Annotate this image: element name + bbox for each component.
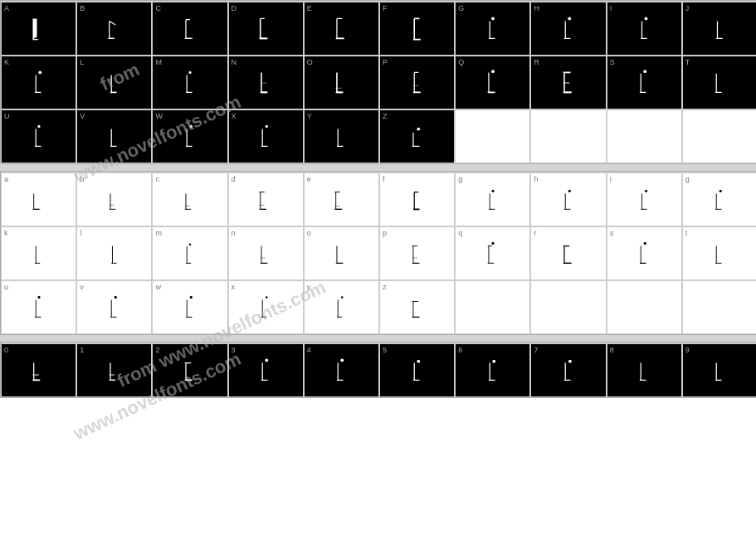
glyph-cell-3: 3	[228, 343, 304, 397]
cell-label-8: 8	[610, 346, 614, 354]
cell-label-H: H	[534, 4, 539, 12]
cell-label-b: b	[80, 175, 84, 183]
cell-label-2: 2	[155, 346, 159, 354]
cell-label-K: K	[4, 58, 9, 66]
cell-label-V: V	[80, 112, 85, 120]
cell-label-D: D	[232, 4, 237, 12]
glyph-cell-S: S	[607, 56, 682, 109]
cell-label-k: k	[4, 229, 8, 237]
cell-label-h: h	[534, 175, 538, 183]
glyph-cell-n: n	[228, 226, 304, 280]
svg-point-6	[491, 17, 495, 20]
cell-label-s: s	[610, 229, 614, 237]
cell-label-E: E	[307, 4, 312, 12]
glyph-cell-1: 1	[76, 343, 152, 397]
cell-label-S: S	[610, 58, 615, 66]
glyph-cell-y: y	[304, 280, 379, 334]
glyph-cell-h: h	[530, 173, 606, 226]
cell-label-o: o	[307, 229, 311, 237]
glyph-cell-w: w	[152, 280, 227, 334]
cell-label-t: t	[685, 229, 688, 237]
glyph-cell-W: W	[152, 109, 227, 163]
glyph-cell-8: 8	[607, 343, 682, 397]
cell-label-Z: Z	[383, 112, 388, 120]
svg-point-53	[719, 189, 722, 192]
glyph-cell-0: 0	[1, 343, 76, 397]
glyph-cell-6: 6	[455, 343, 530, 397]
cell-label-W: W	[155, 112, 163, 120]
cell-label-M: M	[155, 58, 162, 66]
cell-label-p: p	[383, 229, 387, 237]
cell-label-T: T	[685, 58, 690, 66]
svg-point-29	[37, 124, 40, 127]
cell-label-F: F	[383, 4, 388, 12]
cell-label-Q: Q	[458, 58, 464, 66]
cell-label-c: c	[155, 175, 159, 183]
svg-point-49	[568, 189, 571, 192]
glyph-cell-x: x	[228, 280, 304, 334]
cell-label-0: 0	[4, 346, 8, 354]
svg-point-57	[189, 243, 192, 245]
svg-point-16	[188, 70, 191, 73]
glyph-cell-empty-4	[682, 109, 756, 163]
cell-label-G: G	[458, 4, 464, 12]
glyph-cell-empty-7	[607, 280, 682, 334]
glyph-cell-7: 7	[530, 343, 606, 397]
glyph-cell-4: 4	[304, 343, 379, 397]
glyph-cell-t: t	[682, 226, 756, 280]
svg-point-37	[417, 127, 420, 130]
glyph-cell-G: G	[455, 2, 530, 56]
svg-point-63	[491, 241, 494, 244]
lowercase-row-1: a b c d e f g	[1, 172, 756, 226]
glyph-cell-u: u	[1, 280, 76, 334]
glyph-cell-K: K	[1, 56, 76, 109]
cell-label-x: x	[232, 283, 236, 291]
cell-label-5: 5	[383, 346, 387, 354]
uppercase-section: A B C D E	[0, 0, 756, 163]
glyph-cell-r: r	[530, 226, 606, 280]
glyph-cell-O: O	[304, 56, 379, 109]
svg-point-93	[417, 359, 420, 362]
svg-point-97	[568, 359, 572, 362]
glyph-cell-empty-3	[607, 109, 682, 163]
glyph-cell-z: z	[379, 280, 455, 334]
cell-label-C: C	[155, 4, 161, 12]
glyph-cell-M: M	[152, 56, 227, 109]
cell-label-3: 3	[232, 346, 236, 354]
glyph-cell-a: a	[1, 173, 76, 226]
cell-label-7: 7	[534, 346, 538, 354]
glyph-cell-c: c	[152, 173, 227, 226]
svg-point-79	[341, 296, 344, 299]
svg-point-71	[37, 295, 40, 298]
cell-label-e: e	[307, 175, 311, 183]
svg-point-68	[644, 241, 646, 244]
numbers-section: 0 1 2 3 4 5 6	[0, 343, 756, 397]
glyph-cell-C: C	[152, 2, 227, 56]
glyph-cell-Q: Q	[455, 56, 530, 109]
svg-point-91	[341, 358, 344, 362]
section-gap-1	[0, 163, 756, 172]
cell-label-q: q	[458, 229, 462, 237]
glyph-cell-E: E	[304, 2, 379, 56]
glyph-cell-L: L	[76, 56, 152, 109]
glyph-cell-2: 2	[152, 343, 227, 397]
svg-point-32	[190, 124, 193, 127]
glyph-cell-U: U	[1, 109, 76, 163]
cell-label-X: X	[232, 112, 237, 120]
cell-label-A: A	[4, 4, 9, 12]
cell-label-O: O	[307, 58, 313, 66]
cell-label-y: y	[307, 283, 311, 291]
glyph-cell-R: R	[530, 56, 606, 109]
glyph-cell-A: A	[1, 2, 76, 56]
cell-label-I: I	[610, 4, 612, 12]
cell-label-1: 1	[80, 346, 84, 354]
glyph-cell-f: f	[379, 173, 455, 226]
glyph-cell-V: V	[76, 109, 152, 163]
glyph-cell-T: T	[682, 56, 756, 109]
uppercase-row-1: A B C D E	[1, 1, 756, 56]
numbers-row-1: 0 1 2 3 4 5 6	[1, 343, 756, 397]
glyph-cell-k: k	[1, 226, 76, 280]
cell-label-Y: Y	[307, 112, 312, 120]
glyph-cell-g2: g	[682, 173, 756, 226]
glyph-cell-Z: Z	[379, 109, 455, 163]
